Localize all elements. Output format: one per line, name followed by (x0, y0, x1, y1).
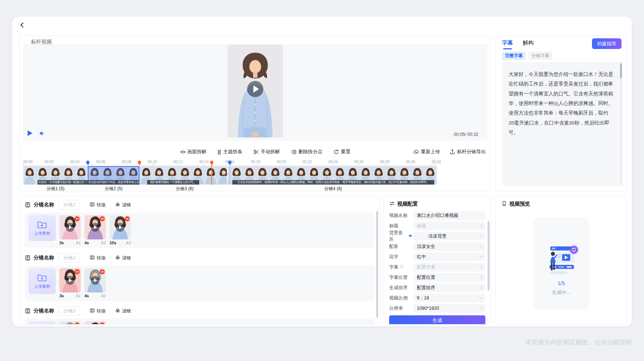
upload-icon (413, 149, 419, 155)
upload-material-button[interactable]: 上传素材 (28, 215, 56, 241)
play-icon[interactable] (66, 223, 75, 232)
play-icon[interactable] (91, 276, 100, 285)
export-shots-button[interactable]: 标杆分镜导出 (450, 148, 486, 155)
scrollbar-thumb[interactable] (488, 221, 489, 291)
timeline[interactable]: 00:0000:0200:0400:0600:0800:1000:1200:14… (23, 160, 436, 192)
segment-boundary-marker[interactable] (228, 161, 232, 165)
subtitle-textarea[interactable]: 大家好，今天我要为您介绍一款漱口水！无论是在忙碌的工作后，还是享受美食过后，我们… (502, 62, 623, 186)
button-label: 滤镜 (122, 255, 131, 261)
play-overlay-icon[interactable] (247, 81, 263, 97)
config-field-select[interactable]: 活泼背景 (413, 232, 485, 241)
tab-structure[interactable]: 解构 (523, 39, 534, 46)
timeline-segment[interactable]: 无论是在忙碌的工作后，还是享受美食过后， (88, 166, 139, 185)
filmstrip-frame[interactable] (217, 166, 230, 185)
config-field-select[interactable]: 9：16 (413, 294, 485, 302)
clip-thumbnail[interactable] (110, 215, 131, 239)
config-field-input[interactable]: 漱口水介绍口播视频 (413, 211, 485, 220)
shot-name-input[interactable]: 分镜2 (59, 200, 80, 210)
topic-split-button[interactable]: ][主题拆条 (218, 148, 242, 155)
config-row: 字幕位置配置位置 (389, 273, 485, 282)
transition-button[interactable]: 转场 (90, 255, 105, 261)
filmstrip-frame[interactable] (204, 166, 217, 185)
timeline-segment[interactable]: 它含有天然薄荷精华，使用时带来一种沁人心脾的凉爽感。同时。使用方法也非常简单：每… (230, 166, 436, 185)
play-icon[interactable] (91, 223, 100, 232)
ruler-tick-mark (411, 164, 411, 165)
clip-thumbnail[interactable] (84, 268, 106, 292)
chip-full-subtitle[interactable]: 完整字幕 (502, 52, 526, 60)
config-row: 生成排序配置排序 (389, 283, 485, 292)
shot-name-input[interactable]: 分镜3 (59, 306, 80, 316)
button-label: 手动拆解 (261, 148, 280, 155)
clip-thumbnail[interactable] (59, 268, 81, 292)
chip-shot-subtitle[interactable]: 分镜字幕 (529, 52, 552, 60)
config-field-label: 花字 (389, 254, 413, 260)
generate-button[interactable]: 生成 (389, 315, 485, 325)
volume-button[interactable] (39, 130, 45, 138)
tab-subtitle[interactable]: 字幕 (502, 39, 513, 46)
remove-clip-button[interactable] (100, 216, 105, 221)
chevron-down-icon (479, 243, 483, 247)
config-field-select[interactable]: 配置位置 (413, 273, 485, 282)
clip-thumbnail[interactable] (84, 215, 106, 239)
clip-item[interactable] (84, 321, 106, 325)
button-label: 转场 (97, 308, 105, 314)
config-field-select[interactable]: 配置字幕 (413, 263, 485, 271)
ruler-tick-label: 00:20 (277, 160, 286, 164)
timeline-segment[interactable]: 大家好，今天我要为您介绍一款漱口水！ (23, 166, 88, 185)
transition-icon (90, 202, 95, 208)
clip-item[interactable] (59, 321, 81, 325)
filter-button[interactable]: 滤镜 (115, 308, 131, 314)
remove-clip-button[interactable] (75, 216, 80, 221)
playhead[interactable] (211, 165, 212, 185)
config-field-select[interactable]: 标题 (413, 221, 485, 230)
manual-split-button[interactable]: 手动拆解 (253, 148, 280, 155)
play-icon[interactable] (116, 223, 125, 232)
clip-item[interactable]: 10sA3 (110, 215, 131, 245)
config-field-select[interactable]: 活泼女生 (413, 242, 485, 251)
delete-splitpoint-button[interactable]: 删除拆分点 (291, 148, 322, 155)
reset-button[interactable]: 重置 (333, 148, 350, 155)
shoot-guide-button[interactable]: 拍摄指导 (592, 38, 622, 49)
scrollbar-thumb[interactable] (620, 63, 622, 78)
playhead-marker[interactable] (210, 161, 214, 165)
benchmark-video-panel: 标杆视频 (19, 35, 491, 191)
config-field-select[interactable]: 配置排序 (413, 283, 485, 292)
back-button[interactable] (18, 22, 26, 30)
upload-material-button[interactable]: 上传素材 (28, 321, 56, 325)
clip-thumbnail[interactable] (84, 321, 106, 325)
app: { "colors": { "accent": "#3370ff", "grad… (0, 0, 644, 361)
remove-clip-button[interactable] (100, 269, 105, 274)
clip-item[interactable]: 3sA1 (59, 215, 81, 245)
play-icon[interactable] (66, 276, 75, 285)
video-thumbnail[interactable] (228, 45, 283, 137)
play-button[interactable] (28, 130, 32, 137)
shot-name-input[interactable]: 分镜3 (59, 253, 80, 263)
clip-thumbnail[interactable] (59, 321, 81, 325)
segment-end-marker[interactable] (138, 161, 141, 165)
ruler-tick-mark (75, 164, 75, 165)
clip-meta: 10sA3 (110, 241, 131, 245)
clip-item[interactable]: 4sA2 (84, 268, 106, 298)
remove-clip-button[interactable] (75, 269, 80, 274)
field-value: 9：16 (417, 295, 429, 301)
ruler-tick-label: 00:06 (96, 160, 105, 164)
config-field-select[interactable]: 红中 (413, 252, 485, 261)
filter-button[interactable]: 滤镜 (115, 202, 131, 208)
clip-item[interactable]: 4sA2 (84, 215, 106, 245)
button-label: 滤镜 (122, 202, 131, 208)
segment-start-marker[interactable] (86, 161, 90, 165)
transition-button[interactable]: 转场 (90, 202, 105, 208)
reupload-button[interactable]: 重新上传 (413, 148, 440, 155)
config-field-select[interactable]: 1080*1920 (413, 304, 485, 313)
filter-button[interactable]: 滤镜 (115, 255, 131, 261)
clip-thumbnail[interactable] (59, 215, 81, 239)
filmstrip-frame[interactable] (23, 166, 36, 185)
timeline-segment[interactable]: 我们都希望拥有一个清爽宜人的口气。 (139, 166, 230, 185)
transition-button[interactable]: 转场 (90, 308, 105, 314)
remove-clip-button[interactable] (125, 216, 130, 221)
transition-icon (90, 308, 95, 314)
frame-split-button[interactable]: 画面拆解 (180, 148, 207, 155)
clip-item[interactable]: 3sA1 (59, 268, 81, 298)
scrollbar-thumb[interactable] (376, 211, 378, 318)
upload-material-button[interactable]: 上传素材 (28, 268, 56, 294)
